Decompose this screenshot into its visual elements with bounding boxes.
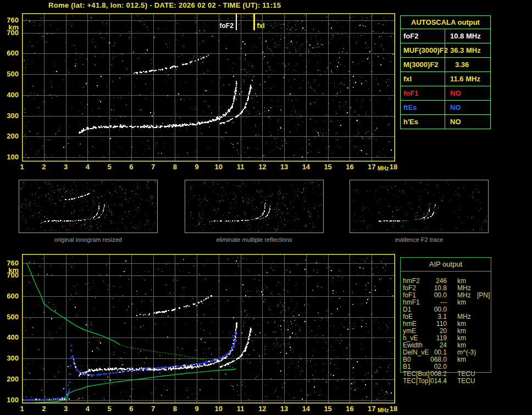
y-tick-label: 500 [0,313,19,321]
aip-row: D100.0 [403,306,496,313]
thumbnail-eliminate-reflections-canvas [185,180,323,233]
aip-row: TEC[Bot]008.2TECU [403,370,496,377]
x-tick-label: 15 [321,405,335,413]
aip-parameter-name: foF1 [403,291,416,299]
aip-parameter-value: 246 [418,277,447,285]
thumbnail-eliminate-reflections [185,180,324,233]
aip-parameter-value: 00.1 [418,348,447,356]
thumbnail-caption: eliminate multiple reflections [185,236,324,243]
aip-row: hmE110km [403,320,496,327]
aip-parameter-list: hmF2246kmfoF210.8MHzfoF100.0MHz[PN]hmF1-… [403,277,496,384]
parameter-label: h'Es [401,115,445,129]
aip-parameter-value: 24 [418,341,447,349]
x-tick-label: 17 [364,405,379,413]
aip-parameter-unit: km [457,356,466,363]
autoscala-table-header: AUTOSCALA output [401,16,490,29]
y-axis-unit-label: km [0,24,19,31]
aip-parameter-name: foE [403,313,413,320]
x-tick-label: 7 [146,163,160,171]
thumbnail-evidence-f2-trace-canvas [350,180,488,233]
y-tick-label: 200 [0,375,19,383]
aip-parameter-value: 02.0 [418,363,447,370]
parameter-label: foF1 [401,86,445,100]
y-tick-label: 200 [0,132,19,140]
aip-parameter-value: 014.4 [418,377,447,385]
aip-parameter-unit: MHz [457,313,471,320]
aip-parameter-unit: TECU [457,370,475,378]
aip-parameter-name: ymE [403,327,416,335]
aip-row: foF210.8MHz [403,284,496,291]
x-tick-label: 16 [342,163,357,171]
y-tick-label: 100 [0,153,19,161]
bottom-ionogram-profile-plot [22,254,395,403]
aip-parameter-value: 20 [418,327,447,335]
y-tick-label: 600 [0,292,19,300]
autoscala-output-table: AUTOSCALA output foF210.8 MHzMUF(3000)F2… [400,15,491,129]
aip-row: Ewidth24km [403,341,496,348]
y-tick-label: 300 [0,355,19,362]
y-tick-label: 400 [0,334,19,341]
aip-row: hmF1---km [403,298,496,306]
x-tick-label: 13 [277,405,291,413]
aip-row: DelN_vE00.1m^(-3) [403,348,496,356]
y-tick-label: 400 [0,91,19,99]
autoscala-row: foF210.8 MHz [401,29,490,43]
aip-parameter-value: 10.8 [418,284,447,292]
aip-parameter-value: 068.0 [418,356,447,363]
x-tick-label: 8 [168,405,182,413]
parameter-label: M(3000)F2 [401,58,445,71]
parameter-value: NO [445,115,490,129]
thumbnail-caption: evidence F2 trace [350,236,489,243]
aip-parameter-name: D1 [403,306,411,313]
x-tick-label: 10 [212,163,226,171]
aip-parameter-unit: m^(-3) [457,348,476,356]
x-tick-label: 13 [277,163,291,171]
aip-parameter-name: B1 [403,363,411,370]
aip-parameter-value: 008.2 [418,370,447,378]
x-tick-label: 14 [299,405,313,413]
autoscala-row: h'EsNO [401,115,490,129]
aip-parameter-value: 00.0 [418,306,447,313]
x-tick-label: 5 [102,163,117,171]
x-tick-label: 11 [234,163,248,171]
x-tick-label: 7 [146,405,160,413]
aip-parameter-name: h_vE [403,334,418,342]
parameter-label: MUF(3000)F2 [401,43,445,57]
parameter-value: NO [445,101,490,114]
x-tick-label: 11 [234,405,248,413]
x-tick-label: 9 [190,163,204,171]
x-tick-label: 6 [124,405,138,413]
aip-row: hmF2246km [403,277,496,284]
x-tick-label: 2 [37,405,51,413]
x-tick-label: 9 [190,405,204,413]
aip-parameter-name: hmF1 [403,298,420,306]
y-axis-unit-label: km [0,267,19,274]
x-axis-unit-label: MHz [378,407,389,413]
x-tick-label: 3 [59,405,73,413]
parameter-label: ftEs [401,101,445,114]
aip-row: foE3.1MHz [403,313,496,320]
aip-parameter-unit: TECU [457,377,475,385]
aip-parameter-name: foF2 [403,284,416,292]
aip-parameter-unit: km [457,277,466,285]
thumbnail-evidence-f2-trace [350,180,489,233]
x-tick-label: 3 [59,163,73,171]
x-tick-label: 17 [364,163,379,171]
x-tick-label: 1 [15,405,29,413]
x-tick-label: 1 [15,163,29,171]
x-axis-unit-label: MHz [378,165,389,171]
autoscala-row: fxI11.6 MHz [401,72,490,86]
x-tick-label: 10 [212,405,226,413]
x-tick-label: 5 [102,405,117,413]
aip-parameter-value: 110 [418,320,447,328]
autoscala-row: MUF(3000)F236.3 MHz [401,43,490,58]
x-tick-label: 6 [124,163,138,171]
parameter-label: foF2 [401,29,445,43]
aip-row: B102.0 [403,363,496,370]
aip-row: B0068.0km [403,356,496,363]
y-tick-label: 100 [0,396,19,404]
page-title: Rome (lat: +41.8, lon: 012.5) - DATE: 20… [48,1,281,9]
x-tick-label: 4 [80,163,95,171]
autoscala-row: ftEsNO [401,101,490,115]
x-tick-label: 16 [342,405,357,413]
